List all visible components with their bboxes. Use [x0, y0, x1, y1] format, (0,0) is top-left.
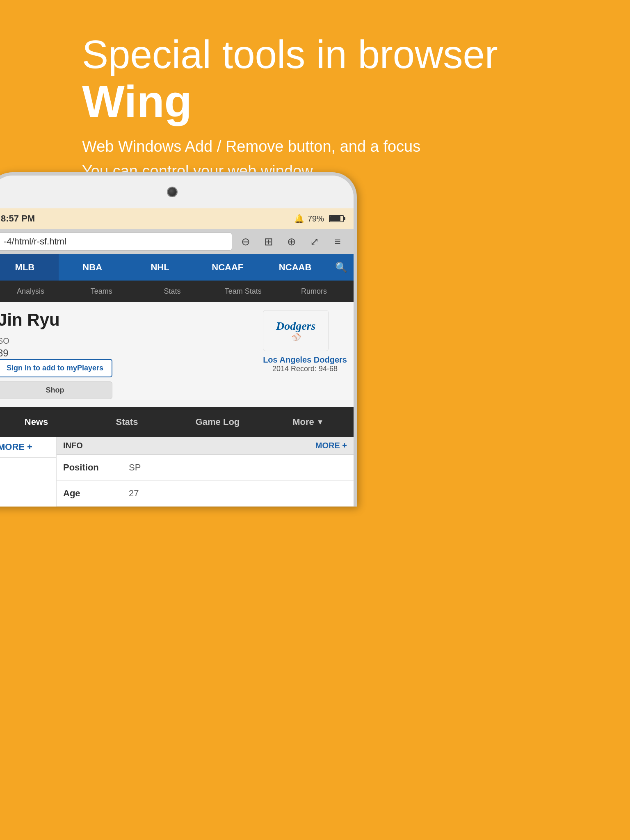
- right-column: INFO MORE + Position SP Age 27: [57, 437, 354, 507]
- stat-label-age: Age: [63, 488, 129, 499]
- subtitle-line1: Web Windows Add / Remove button, and a f…: [82, 134, 605, 159]
- stat-label-position: Position: [63, 462, 129, 473]
- status-bar: 8:57 PM 🔔 79%: [0, 208, 354, 229]
- player-info: Jin Ryu SO 39 Sign in to add to myPlayer…: [0, 310, 112, 399]
- menu-button[interactable]: ≡: [328, 232, 347, 251]
- device-top-bar: [0, 176, 354, 208]
- subnav-analysis[interactable]: Analysis: [0, 284, 66, 299]
- player-name: Jin Ryu: [0, 310, 112, 330]
- subnav-rumors[interactable]: Rumors: [278, 284, 349, 299]
- sport-nav-nhl[interactable]: NHL: [126, 254, 194, 281]
- tab-news[interactable]: News: [0, 413, 82, 431]
- more-plus-right-button[interactable]: MORE +: [315, 441, 347, 450]
- header-title-part1: Special tools in browser: [82, 32, 498, 76]
- battery-icon: [329, 215, 344, 222]
- battery-percent: 79%: [308, 214, 324, 224]
- grid-button[interactable]: ⊞: [259, 232, 278, 251]
- chevron-down-icon: ▼: [317, 418, 324, 427]
- tab-stats[interactable]: Stats: [82, 413, 172, 431]
- player-stat-value: 39: [0, 347, 112, 359]
- player-actions: Sign in to add to myPlayers Shop: [0, 359, 112, 399]
- content-area: MORE + INFO MORE + Position SP Age 27: [0, 437, 354, 507]
- left-column: MORE +: [0, 437, 57, 507]
- sport-nav-nba[interactable]: NBA: [59, 254, 126, 281]
- alarm-icon: 🔔: [294, 214, 304, 224]
- expand-button[interactable]: ⤢: [305, 232, 324, 251]
- subnav-teams[interactable]: Teams: [66, 284, 137, 299]
- team-info: Dodgers⚾ Los Angeles Dodgers 2014 Record…: [263, 310, 347, 373]
- browser-bar: -4/html/r-sf.html ⊖ ⊞ ⊕ ⤢ ≡: [0, 229, 354, 254]
- header-title-part2: Wing: [82, 76, 192, 126]
- minus-button[interactable]: ⊖: [236, 232, 255, 251]
- tabs-bar: News Stats Game Log More ▼: [0, 407, 354, 437]
- status-time: 8:57 PM: [1, 213, 35, 224]
- url-bar[interactable]: -4/html/r-sf.html: [0, 233, 232, 251]
- device-screen: 8:57 PM 🔔 79% -4/html/r-sf.html ⊖ ⊞ ⊕ ⤢ …: [0, 208, 354, 507]
- header-title: Special tools in browser Wing: [82, 33, 605, 126]
- stat-value-age: 27: [129, 488, 139, 499]
- team-record: 2014 Record: 94-68: [263, 365, 347, 373]
- tab-game-log[interactable]: Game Log: [172, 413, 263, 431]
- sport-nav-mlb[interactable]: MLB: [0, 254, 59, 281]
- player-so-label: SO: [0, 336, 112, 346]
- tab-more[interactable]: More ▼: [263, 413, 354, 431]
- search-button[interactable]: 🔍: [329, 254, 354, 281]
- more-plus-left-button[interactable]: MORE +: [0, 437, 56, 458]
- status-icons: 🔔 79%: [294, 214, 344, 224]
- plus-button[interactable]: ⊕: [282, 232, 301, 251]
- add-to-myplayers-button[interactable]: Sign in to add to myPlayers: [0, 359, 112, 377]
- subnav-stats[interactable]: Stats: [137, 284, 208, 299]
- stat-row-position: Position SP: [57, 455, 354, 481]
- team-logo: Dodgers⚾: [263, 310, 329, 351]
- info-header: INFO MORE +: [57, 437, 354, 455]
- dodgers-logo-text: Dodgers⚾: [276, 319, 315, 342]
- device-frame: 8:57 PM 🔔 79% -4/html/r-sf.html ⊖ ⊞ ⊕ ⤢ …: [0, 172, 357, 507]
- shop-button[interactable]: Shop: [0, 381, 112, 399]
- subnav-team-stats[interactable]: Team Stats: [208, 284, 278, 299]
- sport-nav-ncaab[interactable]: NCAAB: [261, 254, 329, 281]
- sport-nav-ncaaf[interactable]: NCAAF: [194, 254, 261, 281]
- team-name: Los Angeles Dodgers: [263, 355, 347, 365]
- stat-value-position: SP: [129, 462, 141, 473]
- player-section: Jin Ryu SO 39 Sign in to add to myPlayer…: [0, 302, 354, 407]
- sub-nav: Analysis Teams Stats Team Stats Rumors: [0, 281, 354, 302]
- stat-row-age: Age 27: [57, 481, 354, 507]
- info-section-label: INFO: [63, 441, 83, 450]
- sport-nav: MLB NBA NHL NCAAF NCAAB 🔍: [0, 254, 354, 281]
- device-camera: [168, 187, 177, 196]
